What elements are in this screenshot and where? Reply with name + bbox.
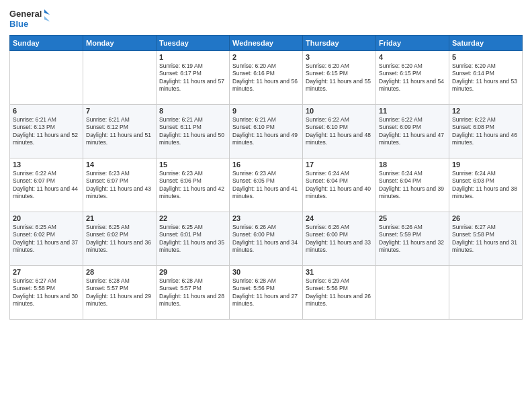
weekday-thursday: Thursday [303,36,376,51]
day-number: 10 [306,107,373,115]
day-detail: Sunrise: 6:28 AMSunset: 5:56 PMDaylight:… [232,277,300,308]
day-number: 7 [86,107,153,115]
weekday-wednesday: Wednesday [230,36,303,51]
calendar-cell: 3Sunrise: 6:20 AMSunset: 6:15 PMDaylight… [303,51,376,105]
day-detail: Sunrise: 6:27 AMSunset: 5:58 PMDaylight:… [13,277,80,308]
day-detail: Sunrise: 6:21 AMSunset: 6:10 PMDaylight:… [232,116,300,147]
calendar-cell: 22Sunrise: 6:25 AMSunset: 6:01 PMDayligh… [157,212,230,266]
calendar-cell: 16Sunrise: 6:23 AMSunset: 6:05 PMDayligh… [230,158,303,212]
logo: General Blue [9,7,50,31]
weekday-friday: Friday [376,36,449,51]
day-number: 13 [13,161,80,169]
calendar-week-4: 20Sunrise: 6:25 AMSunset: 6:02 PMDayligh… [10,212,523,266]
day-detail: Sunrise: 6:24 AMSunset: 6:04 PMDaylight:… [379,170,446,201]
day-number: 24 [306,214,373,222]
day-number: 6 [13,107,80,115]
day-number: 23 [232,214,300,222]
calendar-cell: 5Sunrise: 6:20 AMSunset: 6:14 PMDaylight… [449,51,523,105]
calendar-cell: 20Sunrise: 6:25 AMSunset: 6:02 PMDayligh… [10,212,83,266]
day-detail: Sunrise: 6:23 AMSunset: 6:06 PMDaylight:… [159,170,226,201]
calendar-week-2: 6Sunrise: 6:21 AMSunset: 6:13 PMDaylight… [10,105,523,158]
calendar-cell: 9Sunrise: 6:21 AMSunset: 6:10 PMDaylight… [230,105,303,158]
weekday-saturday: Saturday [449,36,523,51]
calendar-cell: 13Sunrise: 6:22 AMSunset: 6:07 PMDayligh… [10,158,83,212]
calendar-cell: 25Sunrise: 6:26 AMSunset: 5:59 PMDayligh… [376,212,449,266]
calendar-cell [376,266,449,320]
calendar-week-3: 13Sunrise: 6:22 AMSunset: 6:07 PMDayligh… [10,158,523,212]
calendar-cell: 6Sunrise: 6:21 AMSunset: 6:13 PMDaylight… [10,105,83,158]
calendar-cell: 24Sunrise: 6:26 AMSunset: 6:00 PMDayligh… [303,212,376,266]
day-number: 17 [306,161,373,169]
day-number: 27 [13,268,80,276]
day-number: 16 [232,161,300,169]
logo-svg: General Blue [9,7,50,31]
day-number: 9 [232,107,300,115]
calendar-cell: 11Sunrise: 6:22 AMSunset: 6:09 PMDayligh… [376,105,449,158]
calendar-cell: 10Sunrise: 6:22 AMSunset: 6:10 PMDayligh… [303,105,376,158]
weekday-sunday: Sunday [10,36,83,51]
weekday-tuesday: Tuesday [157,36,230,51]
day-number: 11 [379,107,446,115]
calendar-cell: 28Sunrise: 6:28 AMSunset: 5:57 PMDayligh… [83,266,157,320]
calendar-cell: 4Sunrise: 6:20 AMSunset: 6:15 PMDaylight… [376,51,449,105]
svg-text:General: General [9,9,42,19]
day-number: 8 [159,107,226,115]
day-detail: Sunrise: 6:21 AMSunset: 6:12 PMDaylight:… [86,116,153,147]
day-detail: Sunrise: 6:20 AMSunset: 6:15 PMDaylight:… [379,62,446,93]
day-number: 19 [452,161,519,169]
calendar-cell: 8Sunrise: 6:21 AMSunset: 6:11 PMDaylight… [157,105,230,158]
calendar-cell: 27Sunrise: 6:27 AMSunset: 5:58 PMDayligh… [10,266,83,320]
day-detail: Sunrise: 6:26 AMSunset: 6:00 PMDaylight:… [306,224,373,255]
day-detail: Sunrise: 6:28 AMSunset: 5:57 PMDaylight:… [159,277,226,308]
day-number: 29 [159,268,226,276]
svg-marker-2 [44,9,50,15]
calendar-table: SundayMondayTuesdayWednesdayThursdayFrid… [9,35,523,320]
day-number: 4 [379,53,446,61]
day-number: 5 [452,53,519,61]
day-detail: Sunrise: 6:24 AMSunset: 6:03 PMDaylight:… [452,170,519,201]
day-number: 31 [306,268,373,276]
day-detail: Sunrise: 6:26 AMSunset: 6:00 PMDaylight:… [232,224,300,255]
day-detail: Sunrise: 6:25 AMSunset: 6:02 PMDaylight:… [86,224,153,255]
day-detail: Sunrise: 6:27 AMSunset: 5:58 PMDaylight:… [452,224,519,255]
day-detail: Sunrise: 6:25 AMSunset: 6:02 PMDaylight:… [13,224,80,255]
day-detail: Sunrise: 6:29 AMSunset: 5:56 PMDaylight:… [306,277,373,308]
day-detail: Sunrise: 6:20 AMSunset: 6:15 PMDaylight:… [306,62,373,93]
day-number: 1 [159,53,226,61]
day-detail: Sunrise: 6:28 AMSunset: 5:57 PMDaylight:… [86,277,153,308]
calendar-cell: 19Sunrise: 6:24 AMSunset: 6:03 PMDayligh… [449,158,523,212]
day-detail: Sunrise: 6:19 AMSunset: 6:17 PMDaylight:… [159,62,226,93]
day-detail: Sunrise: 6:26 AMSunset: 5:59 PMDaylight:… [379,224,446,255]
day-detail: Sunrise: 6:22 AMSunset: 6:07 PMDaylight:… [13,170,80,201]
day-number: 20 [13,214,80,222]
day-number: 21 [86,214,153,222]
header: General Blue [9,7,523,31]
day-detail: Sunrise: 6:20 AMSunset: 6:16 PMDaylight:… [232,62,300,93]
day-detail: Sunrise: 6:23 AMSunset: 6:07 PMDaylight:… [86,170,153,201]
day-number: 2 [232,53,300,61]
calendar-cell: 2Sunrise: 6:20 AMSunset: 6:16 PMDaylight… [230,51,303,105]
day-detail: Sunrise: 6:22 AMSunset: 6:10 PMDaylight:… [306,116,373,147]
calendar-cell: 21Sunrise: 6:25 AMSunset: 6:02 PMDayligh… [83,212,157,266]
day-detail: Sunrise: 6:24 AMSunset: 6:04 PMDaylight:… [306,170,373,201]
day-number: 18 [379,161,446,169]
day-number: 15 [159,161,226,169]
calendar-cell: 30Sunrise: 6:28 AMSunset: 5:56 PMDayligh… [230,266,303,320]
day-number: 28 [86,268,153,276]
day-detail: Sunrise: 6:22 AMSunset: 6:08 PMDaylight:… [452,116,519,147]
day-detail: Sunrise: 6:21 AMSunset: 6:13 PMDaylight:… [13,116,80,147]
calendar-cell [10,51,83,105]
day-detail: Sunrise: 6:21 AMSunset: 6:11 PMDaylight:… [159,116,226,147]
calendar-week-5: 27Sunrise: 6:27 AMSunset: 5:58 PMDayligh… [10,266,523,320]
calendar-cell: 18Sunrise: 6:24 AMSunset: 6:04 PMDayligh… [376,158,449,212]
day-detail: Sunrise: 6:22 AMSunset: 6:09 PMDaylight:… [379,116,446,147]
day-number: 26 [452,214,519,222]
calendar-cell [83,51,157,105]
calendar-page: General Blue SundayMondayTuesdayWednesda… [0,0,532,411]
calendar-cell: 15Sunrise: 6:23 AMSunset: 6:06 PMDayligh… [157,158,230,212]
svg-marker-3 [44,16,50,21]
calendar-cell: 1Sunrise: 6:19 AMSunset: 6:17 PMDaylight… [157,51,230,105]
day-number: 12 [452,107,519,115]
calendar-cell: 23Sunrise: 6:26 AMSunset: 6:00 PMDayligh… [230,212,303,266]
day-number: 14 [86,161,153,169]
